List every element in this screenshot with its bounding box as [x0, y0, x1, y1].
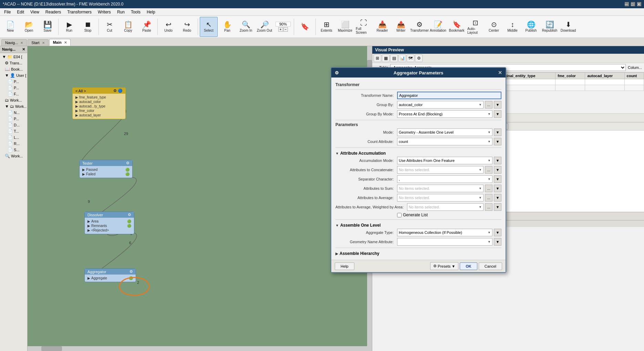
select-button[interactable]: ↖ Select — [200, 17, 218, 37]
vp-btn-grid1[interactable]: ⊞ — [374, 54, 381, 62]
full-screen-button[interactable]: ⛶ Full Screen — [355, 17, 373, 37]
sidebar-item-n[interactable]: 📄 N... — [1, 110, 27, 116]
auto-layout-button[interactable]: ⊡ Auto-Layout — [466, 17, 484, 37]
count-attr-arrow-btn[interactable]: ▼ — [494, 138, 501, 145]
sidebar-item-p3[interactable]: 📄 P... — [1, 116, 27, 122]
minimize-button[interactable]: ─ — [625, 2, 629, 6]
zoom-input[interactable] — [276, 22, 291, 27]
attrs-avg-dropdown[interactable]: No items selected. ▼ — [397, 194, 484, 202]
geometry-name-attr-arrow-btn[interactable]: ▼ — [494, 238, 501, 246]
sidebar-close-icon[interactable]: ✕ — [22, 47, 25, 52]
dissolver-node[interactable]: Dissolver ⚙ ▶ Area 🟢 ▶ Remnants 🟢 ▶ <Rej… — [84, 211, 134, 234]
reader-button[interactable]: 📥 Reader — [373, 17, 391, 37]
sidebar-item-r[interactable]: 📄 R... — [1, 141, 27, 147]
paste-button[interactable]: 📌 Paste — [138, 17, 156, 37]
col-fme-color[interactable]: fme_color — [555, 73, 585, 79]
sidebar-item-t[interactable]: 📄 T... — [1, 128, 27, 134]
canvas-area[interactable]: 29 9 6 6 2 < All > ⚙ 🔵 ▶ — [28, 46, 372, 351]
transformer-button[interactable]: ⚙ Transformer — [411, 17, 428, 37]
open-button[interactable]: 📂 Open — [20, 17, 38, 37]
group-by-arrow-btn[interactable]: ▼ — [494, 101, 501, 109]
zoom-out-button[interactable]: 🔎 Zoom Out — [256, 17, 273, 37]
attr-accumulation-toggle[interactable]: ▼ Attribute Accumulation — [335, 150, 501, 157]
tab-start-close[interactable]: ✕ — [42, 41, 45, 45]
extents-button[interactable]: ⊞ Extents — [318, 17, 335, 37]
attrs-sum-btn[interactable]: ... — [485, 185, 492, 192]
tester-node[interactable]: Tester ⚙ ▶ Passed 🟢 ▶ Failed 🟢 — [79, 160, 133, 178]
republish-button[interactable]: 🔄 Republish — [541, 17, 559, 37]
group-by-btn[interactable]: ... — [485, 101, 492, 109]
assemble-hierarchy-toggle[interactable]: ▶ Assemble Hierarchy — [335, 250, 501, 257]
canvas-hscroll[interactable] — [28, 346, 367, 351]
menu-transformers[interactable]: Transformers — [64, 9, 94, 15]
transformer-name-input[interactable] — [397, 92, 501, 99]
menu-readers[interactable]: Readers — [43, 9, 64, 15]
menu-edit[interactable]: Edit — [14, 9, 27, 15]
sidebar-item-f[interactable]: 📄 F... — [1, 91, 27, 97]
col-autocad-layer[interactable]: autocad_layer — [585, 73, 624, 79]
vp-btn-map[interactable]: 🗺 — [407, 54, 414, 62]
menu-writers[interactable]: Writers — [95, 9, 114, 15]
geometry-name-attr-dropdown[interactable]: ▼ — [397, 238, 492, 246]
maximize-button2[interactable]: ⬜ Maximize — [336, 17, 354, 37]
copy-button[interactable]: 📋 Copy — [119, 17, 137, 37]
tab-start[interactable]: Start ✕ — [28, 39, 48, 46]
tester-gear-icon[interactable]: ⚙ — [126, 161, 129, 165]
cut-button[interactable]: ✂ Cut — [101, 17, 118, 37]
attrs-avg-area-btn[interactable]: ... — [485, 203, 492, 211]
zoom-minus-button[interactable]: − — [283, 27, 288, 32]
assemble-one-level-toggle[interactable]: ▼ Assemble One Level — [335, 222, 501, 229]
tab-main[interactable]: Main ✕ — [49, 39, 71, 46]
vp-btn-stats[interactable]: 📊 — [398, 54, 406, 62]
group-by-mode-dropdown[interactable]: Process At End (Blocking) ▼ — [397, 110, 492, 118]
col-count[interactable]: count — [624, 73, 644, 79]
annotation-button[interactable]: 📝 Annotation — [429, 17, 447, 37]
menu-help[interactable]: Help — [144, 9, 158, 15]
presets-button[interactable]: ⚙ Presets ▼ — [430, 262, 458, 270]
run-button[interactable]: ▶ Run — [60, 17, 78, 37]
attrs-sum-arrow-btn[interactable]: ▼ — [494, 185, 501, 192]
vp-btn-grid3[interactable]: ▤ — [390, 54, 398, 62]
dissolver-gear-icon[interactable]: ⚙ — [128, 213, 131, 217]
sidebar-item-work2[interactable]: ▼ 🗂 Work... — [1, 103, 27, 110]
mode-dropdown[interactable]: Geometry - Assemble One Level ▼ — [397, 128, 492, 136]
sidebar-item-search[interactable]: 🔍 Work... — [1, 153, 27, 159]
aggregate-type-arrow-btn[interactable]: ▼ — [494, 229, 501, 236]
pan-button[interactable]: ✋ Pan — [218, 17, 236, 37]
aggregator-dialog-close-button[interactable]: ✕ — [498, 70, 502, 75]
mode-arrow-btn[interactable]: ▼ — [494, 128, 501, 136]
attrs-avg-area-dropdown[interactable]: No items selected. ▼ — [407, 203, 484, 211]
sidebar-item-l[interactable]: 📄 L... — [1, 134, 27, 141]
attrs-concat-arrow-btn[interactable]: ▼ — [494, 166, 501, 174]
attrs-avg-btn[interactable]: ... — [485, 194, 492, 202]
middle-button[interactable]: ↕ Middle — [503, 17, 521, 37]
tab-navig-close[interactable]: ✕ — [20, 41, 23, 45]
sidebar-item-e04[interactable]: ▼ 📁 E04 [ — [1, 54, 27, 60]
publish-button[interactable]: 🌐 Publish — [522, 17, 540, 37]
attrs-avg-arrow-btn[interactable]: ▼ — [494, 194, 501, 202]
sidebar-item-p1[interactable]: 📄 P... — [1, 79, 27, 85]
maximize-button[interactable]: □ — [631, 2, 635, 6]
writer-button[interactable]: 📤 Writer — [392, 17, 410, 37]
sidebar-item-work1[interactable]: 🗂 Work... — [1, 97, 27, 103]
redo-button[interactable]: ↪ Redo — [178, 17, 196, 37]
bookmark-button[interactable]: 🔖 Bookmark — [448, 17, 466, 37]
close-button[interactable]: ✕ — [637, 2, 641, 6]
attrs-sum-dropdown[interactable]: No items selected. ▼ — [397, 185, 484, 192]
attrs-concat-btn[interactable]: ... — [485, 166, 492, 174]
vp-btn-settings[interactable]: ⚙ — [415, 54, 423, 62]
new-button[interactable]: 📄 New — [1, 17, 19, 37]
sidebar-item-trans[interactable]: ⚙ Trans... — [1, 60, 27, 66]
sidebar-item-book[interactable]: 📖 Book... — [1, 66, 27, 72]
feature-type-gear-icon[interactable]: ⚙ 🔵 — [113, 89, 123, 93]
tab-navig[interactable]: Navig... ✕ — [1, 39, 27, 46]
sidebar-item-user[interactable]: ▼ 👤 User [ — [1, 72, 27, 79]
vp-btn-grid2[interactable]: ▦ — [382, 54, 389, 62]
zoom-plus-button[interactable]: + — [278, 27, 283, 32]
ok-button[interactable]: OK — [460, 262, 477, 270]
menu-file[interactable]: File — [1, 9, 13, 15]
bookmark-icon-button[interactable]: 🔖 — [296, 17, 314, 37]
menu-tools[interactable]: Tools — [128, 9, 143, 15]
window-controls[interactable]: ─ □ ✕ — [625, 2, 641, 6]
zoom-in-button[interactable]: 🔍 Zoom In — [237, 17, 255, 37]
